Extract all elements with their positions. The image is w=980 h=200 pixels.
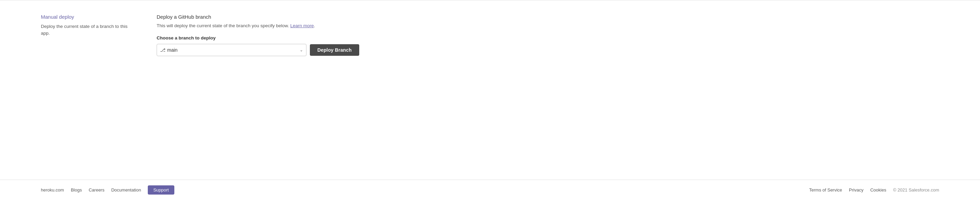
footer-link-blogs[interactable]: Blogs: [71, 187, 82, 192]
left-panel: Manual deploy Deploy the current state o…: [41, 14, 129, 166]
section-title: Deploy a GitHub branch: [157, 14, 361, 20]
learn-more-link[interactable]: Learn more: [290, 23, 313, 28]
deploy-branch-button[interactable]: Deploy Branch: [310, 44, 359, 56]
footer: heroku.com Blogs Careers Documentation S…: [0, 179, 980, 200]
choose-branch-label: Choose a branch to deploy: [157, 35, 361, 40]
support-button[interactable]: Support: [148, 186, 174, 195]
footer-link-heroku[interactable]: heroku.com: [41, 187, 64, 192]
footer-right: Terms of Service Privacy Cookies © 2021 …: [809, 187, 939, 192]
footer-link-documentation[interactable]: Documentation: [111, 187, 141, 192]
manual-deploy-title: Manual deploy: [41, 14, 129, 20]
footer-link-cookies[interactable]: Cookies: [870, 187, 886, 192]
branch-select-wrapper: ⎇ main ⌄: [157, 44, 307, 56]
footer-copyright: © 2021 Salesforce.com: [893, 187, 939, 192]
section-description: This will deploy the current state of th…: [157, 22, 361, 29]
manual-deploy-description: Deploy the current state of a branch to …: [41, 23, 129, 37]
description-period: .: [314, 23, 315, 28]
footer-link-careers[interactable]: Careers: [89, 187, 104, 192]
footer-link-privacy[interactable]: Privacy: [849, 187, 864, 192]
branch-row: ⎇ main ⌄ Deploy Branch: [157, 44, 361, 56]
description-text: This will deploy the current state of th…: [157, 23, 290, 28]
right-panel: Deploy a GitHub branch This will deploy …: [157, 14, 361, 166]
footer-left: heroku.com Blogs Careers Documentation S…: [41, 186, 174, 195]
branch-select[interactable]: main: [157, 44, 307, 56]
main-content: Manual deploy Deploy the current state o…: [0, 0, 980, 179]
footer-link-terms[interactable]: Terms of Service: [809, 187, 842, 192]
page-wrapper: Manual deploy Deploy the current state o…: [0, 0, 980, 200]
